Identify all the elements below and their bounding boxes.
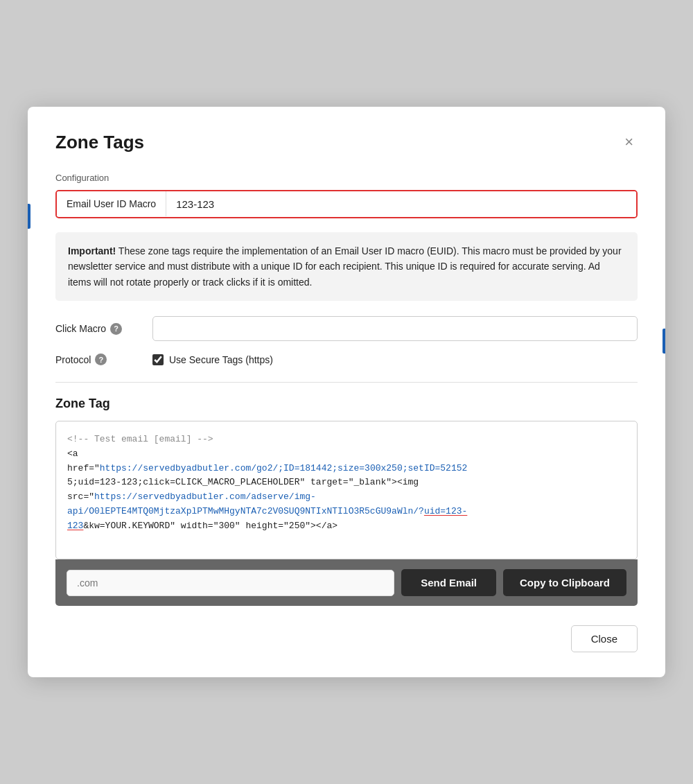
info-box: Important! These zone tags require the i… bbox=[55, 232, 638, 301]
copy-to-clipboard-button[interactable]: Copy to Clipboard bbox=[503, 569, 626, 596]
click-macro-label: Click Macro ? bbox=[55, 323, 152, 335]
zone-tag-section: Zone Tag <!-- Test email [email] --> <a … bbox=[55, 397, 638, 606]
configuration-label: Configuration bbox=[55, 173, 638, 183]
modal-header: Zone Tags × bbox=[55, 132, 638, 153]
code-attr-href: href="https://servedbyadbutler.com/go2/;… bbox=[67, 463, 467, 473]
zone-tags-modal: Zone Tags × Configuration Email User ID … bbox=[28, 107, 665, 677]
code-comment: <!-- Test email [email] --> bbox=[67, 434, 213, 444]
code-uid-param: uid=123- bbox=[424, 506, 467, 516]
info-text: These zone tags require the implementati… bbox=[68, 245, 622, 288]
right-accent bbox=[663, 329, 665, 354]
code-tag-a: <a bbox=[67, 448, 78, 459]
code-uid-value: 123 bbox=[67, 521, 83, 531]
click-macro-help-icon[interactable]: ? bbox=[110, 323, 122, 335]
secure-tags-checkbox-row: Use Secure Tags (https) bbox=[152, 354, 273, 365]
modal-close-button[interactable]: × bbox=[620, 133, 638, 151]
info-bold: Important! bbox=[68, 245, 116, 256]
code-box[interactable]: <!-- Test email [email] --> <a href="htt… bbox=[55, 421, 638, 559]
secure-tags-checkbox[interactable] bbox=[152, 354, 164, 365]
protocol-row: Protocol ? Use Secure Tags (https) bbox=[55, 354, 638, 365]
send-email-button[interactable]: Send Email bbox=[401, 569, 496, 596]
email-macro-input[interactable] bbox=[166, 191, 636, 217]
click-macro-row: Click Macro ? bbox=[55, 316, 638, 341]
code-url-href: https://servedbyadbutler.com/go2/;ID=181… bbox=[100, 463, 468, 473]
code-attr-rest: 123&kw=YOUR.KEYWORD" width="300" height=… bbox=[67, 521, 337, 531]
configuration-section: Configuration Email User ID Macro Import… bbox=[55, 173, 638, 365]
code-attr-src: src="https://servedbyadbutler.com/adserv… bbox=[67, 491, 316, 502]
email-macro-label: Email User ID Macro bbox=[57, 191, 166, 216]
zone-tag-label: Zone Tag bbox=[55, 397, 638, 411]
divider bbox=[55, 382, 638, 383]
left-accent bbox=[28, 204, 30, 229]
click-macro-input[interactable] bbox=[152, 316, 638, 341]
bottom-bar: Send Email Copy to Clipboard bbox=[55, 559, 638, 606]
code-attr-api: api/O0lEPTE4MTQ0MjtzaXplPTMwMHgyNTA7c2V0… bbox=[67, 506, 467, 516]
code-url-src: https://servedbyadbutler.com/adserve/img… bbox=[94, 491, 316, 502]
code-line4: 5;uid=123-123;click=CLICK_MACRO_PLACEHOL… bbox=[67, 477, 419, 487]
close-button[interactable]: Close bbox=[571, 625, 638, 652]
secure-tags-label[interactable]: Use Secure Tags (https) bbox=[169, 354, 273, 365]
protocol-help-icon[interactable]: ? bbox=[95, 354, 107, 365]
modal-footer: Close bbox=[55, 625, 638, 652]
modal-title: Zone Tags bbox=[55, 132, 144, 153]
email-send-input[interactable] bbox=[67, 570, 394, 596]
protocol-label: Protocol ? bbox=[55, 354, 152, 365]
code-url-api: api/O0lEPTE4MTQ0MjtzaXplPTMwMHgyNTA7c2V0… bbox=[67, 506, 467, 516]
email-macro-row: Email User ID Macro bbox=[55, 190, 638, 218]
